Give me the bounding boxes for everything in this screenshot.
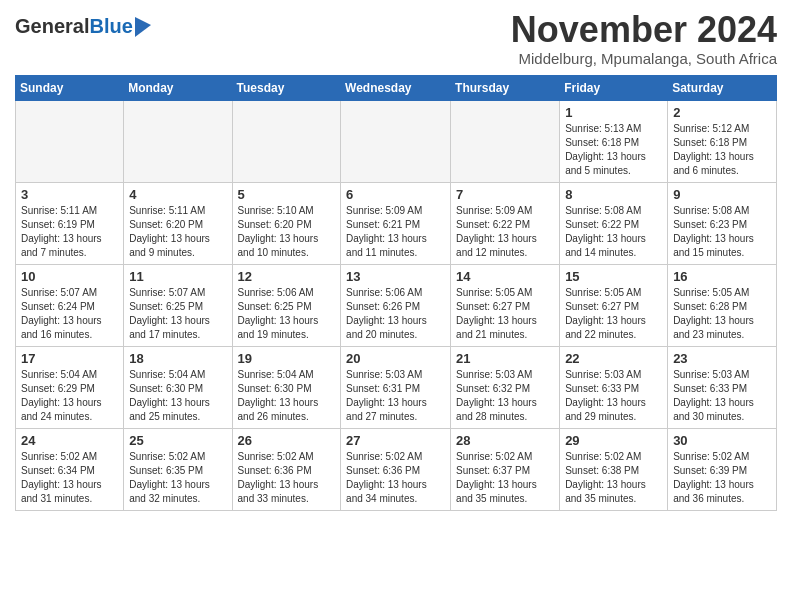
day-info: Sunrise: 5:02 AM Sunset: 6:38 PM Dayligh… <box>565 450 662 506</box>
day-header-sunday: Sunday <box>16 75 124 100</box>
day-info: Sunrise: 5:03 AM Sunset: 6:32 PM Dayligh… <box>456 368 554 424</box>
calendar-cell: 15Sunrise: 5:05 AM Sunset: 6:27 PM Dayli… <box>560 264 668 346</box>
logo-icon <box>135 17 151 37</box>
day-info: Sunrise: 5:06 AM Sunset: 6:26 PM Dayligh… <box>346 286 445 342</box>
calendar-cell: 27Sunrise: 5:02 AM Sunset: 6:36 PM Dayli… <box>341 428 451 510</box>
title-block: November 2024 Middelburg, Mpumalanga, So… <box>511 10 777 67</box>
calendar-cell: 19Sunrise: 5:04 AM Sunset: 6:30 PM Dayli… <box>232 346 341 428</box>
calendar-cell <box>16 100 124 182</box>
calendar-cell <box>124 100 232 182</box>
day-info: Sunrise: 5:08 AM Sunset: 6:23 PM Dayligh… <box>673 204 771 260</box>
calendar-week-4: 17Sunrise: 5:04 AM Sunset: 6:29 PM Dayli… <box>16 346 777 428</box>
day-info: Sunrise: 5:13 AM Sunset: 6:18 PM Dayligh… <box>565 122 662 178</box>
day-info: Sunrise: 5:02 AM Sunset: 6:34 PM Dayligh… <box>21 450 118 506</box>
calendar-cell: 30Sunrise: 5:02 AM Sunset: 6:39 PM Dayli… <box>668 428 777 510</box>
calendar-cell: 11Sunrise: 5:07 AM Sunset: 6:25 PM Dayli… <box>124 264 232 346</box>
day-number: 30 <box>673 433 771 448</box>
calendar-cell: 18Sunrise: 5:04 AM Sunset: 6:30 PM Dayli… <box>124 346 232 428</box>
day-number: 25 <box>129 433 226 448</box>
day-info: Sunrise: 5:04 AM Sunset: 6:30 PM Dayligh… <box>129 368 226 424</box>
calendar-cell <box>341 100 451 182</box>
calendar-week-2: 3Sunrise: 5:11 AM Sunset: 6:19 PM Daylig… <box>16 182 777 264</box>
calendar-cell: 23Sunrise: 5:03 AM Sunset: 6:33 PM Dayli… <box>668 346 777 428</box>
day-number: 10 <box>21 269 118 284</box>
calendar-week-5: 24Sunrise: 5:02 AM Sunset: 6:34 PM Dayli… <box>16 428 777 510</box>
calendar-table: SundayMondayTuesdayWednesdayThursdayFrid… <box>15 75 777 511</box>
day-info: Sunrise: 5:02 AM Sunset: 6:36 PM Dayligh… <box>238 450 336 506</box>
day-info: Sunrise: 5:05 AM Sunset: 6:27 PM Dayligh… <box>565 286 662 342</box>
calendar-cell: 6Sunrise: 5:09 AM Sunset: 6:21 PM Daylig… <box>341 182 451 264</box>
day-info: Sunrise: 5:09 AM Sunset: 6:21 PM Dayligh… <box>346 204 445 260</box>
day-header-tuesday: Tuesday <box>232 75 341 100</box>
day-info: Sunrise: 5:07 AM Sunset: 6:25 PM Dayligh… <box>129 286 226 342</box>
day-number: 21 <box>456 351 554 366</box>
calendar-cell: 10Sunrise: 5:07 AM Sunset: 6:24 PM Dayli… <box>16 264 124 346</box>
day-number: 16 <box>673 269 771 284</box>
day-number: 8 <box>565 187 662 202</box>
day-number: 5 <box>238 187 336 202</box>
month-title: November 2024 <box>511 10 777 50</box>
day-number: 20 <box>346 351 445 366</box>
day-number: 28 <box>456 433 554 448</box>
calendar-cell: 20Sunrise: 5:03 AM Sunset: 6:31 PM Dayli… <box>341 346 451 428</box>
day-info: Sunrise: 5:02 AM Sunset: 6:35 PM Dayligh… <box>129 450 226 506</box>
calendar-cell: 14Sunrise: 5:05 AM Sunset: 6:27 PM Dayli… <box>451 264 560 346</box>
calendar-cell: 16Sunrise: 5:05 AM Sunset: 6:28 PM Dayli… <box>668 264 777 346</box>
day-number: 23 <box>673 351 771 366</box>
calendar-week-3: 10Sunrise: 5:07 AM Sunset: 6:24 PM Dayli… <box>16 264 777 346</box>
day-number: 3 <box>21 187 118 202</box>
day-info: Sunrise: 5:09 AM Sunset: 6:22 PM Dayligh… <box>456 204 554 260</box>
calendar-cell: 8Sunrise: 5:08 AM Sunset: 6:22 PM Daylig… <box>560 182 668 264</box>
day-number: 11 <box>129 269 226 284</box>
day-number: 29 <box>565 433 662 448</box>
day-header-thursday: Thursday <box>451 75 560 100</box>
day-number: 6 <box>346 187 445 202</box>
calendar-cell: 12Sunrise: 5:06 AM Sunset: 6:25 PM Dayli… <box>232 264 341 346</box>
calendar-cell: 24Sunrise: 5:02 AM Sunset: 6:34 PM Dayli… <box>16 428 124 510</box>
calendar-header-row: SundayMondayTuesdayWednesdayThursdayFrid… <box>16 75 777 100</box>
calendar-cell: 13Sunrise: 5:06 AM Sunset: 6:26 PM Dayli… <box>341 264 451 346</box>
day-info: Sunrise: 5:03 AM Sunset: 6:33 PM Dayligh… <box>565 368 662 424</box>
day-info: Sunrise: 5:02 AM Sunset: 6:37 PM Dayligh… <box>456 450 554 506</box>
calendar-cell <box>232 100 341 182</box>
day-info: Sunrise: 5:07 AM Sunset: 6:24 PM Dayligh… <box>21 286 118 342</box>
day-number: 27 <box>346 433 445 448</box>
calendar-cell: 4Sunrise: 5:11 AM Sunset: 6:20 PM Daylig… <box>124 182 232 264</box>
day-number: 24 <box>21 433 118 448</box>
calendar-cell: 22Sunrise: 5:03 AM Sunset: 6:33 PM Dayli… <box>560 346 668 428</box>
calendar-cell: 17Sunrise: 5:04 AM Sunset: 6:29 PM Dayli… <box>16 346 124 428</box>
day-info: Sunrise: 5:03 AM Sunset: 6:33 PM Dayligh… <box>673 368 771 424</box>
day-number: 22 <box>565 351 662 366</box>
calendar-cell: 28Sunrise: 5:02 AM Sunset: 6:37 PM Dayli… <box>451 428 560 510</box>
day-number: 4 <box>129 187 226 202</box>
day-info: Sunrise: 5:04 AM Sunset: 6:30 PM Dayligh… <box>238 368 336 424</box>
logo-general: GeneralBlue <box>15 15 133 38</box>
calendar-week-1: 1Sunrise: 5:13 AM Sunset: 6:18 PM Daylig… <box>16 100 777 182</box>
day-header-wednesday: Wednesday <box>341 75 451 100</box>
day-number: 12 <box>238 269 336 284</box>
day-number: 1 <box>565 105 662 120</box>
day-number: 14 <box>456 269 554 284</box>
day-info: Sunrise: 5:11 AM Sunset: 6:19 PM Dayligh… <box>21 204 118 260</box>
day-number: 17 <box>21 351 118 366</box>
day-number: 18 <box>129 351 226 366</box>
calendar-cell: 5Sunrise: 5:10 AM Sunset: 6:20 PM Daylig… <box>232 182 341 264</box>
calendar-cell: 21Sunrise: 5:03 AM Sunset: 6:32 PM Dayli… <box>451 346 560 428</box>
calendar-cell: 7Sunrise: 5:09 AM Sunset: 6:22 PM Daylig… <box>451 182 560 264</box>
calendar-cell: 2Sunrise: 5:12 AM Sunset: 6:18 PM Daylig… <box>668 100 777 182</box>
day-info: Sunrise: 5:03 AM Sunset: 6:31 PM Dayligh… <box>346 368 445 424</box>
calendar-cell: 25Sunrise: 5:02 AM Sunset: 6:35 PM Dayli… <box>124 428 232 510</box>
day-header-monday: Monday <box>124 75 232 100</box>
location-subtitle: Middelburg, Mpumalanga, South Africa <box>511 50 777 67</box>
day-number: 15 <box>565 269 662 284</box>
day-header-saturday: Saturday <box>668 75 777 100</box>
day-number: 26 <box>238 433 336 448</box>
svg-marker-0 <box>135 17 151 37</box>
calendar-cell: 29Sunrise: 5:02 AM Sunset: 6:38 PM Dayli… <box>560 428 668 510</box>
day-info: Sunrise: 5:02 AM Sunset: 6:39 PM Dayligh… <box>673 450 771 506</box>
calendar-cell: 9Sunrise: 5:08 AM Sunset: 6:23 PM Daylig… <box>668 182 777 264</box>
day-number: 13 <box>346 269 445 284</box>
day-info: Sunrise: 5:12 AM Sunset: 6:18 PM Dayligh… <box>673 122 771 178</box>
day-info: Sunrise: 5:11 AM Sunset: 6:20 PM Dayligh… <box>129 204 226 260</box>
calendar-cell: 3Sunrise: 5:11 AM Sunset: 6:19 PM Daylig… <box>16 182 124 264</box>
